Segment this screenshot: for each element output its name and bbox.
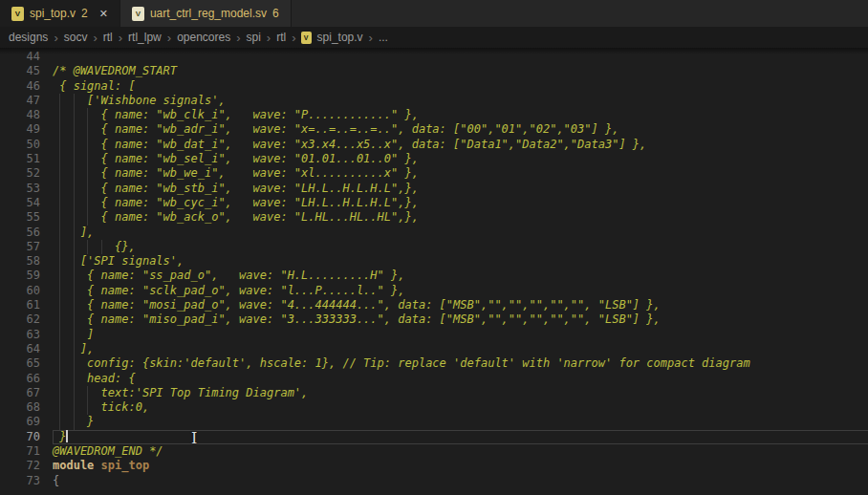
breadcrumb-item-spi[interactable]: spi xyxy=(246,31,262,44)
code-line-46[interactable]: 46 { signal: [ xyxy=(0,79,868,94)
line-number: 46 xyxy=(0,79,53,94)
code-line-content[interactable]: } xyxy=(53,415,868,429)
code-line-55[interactable]: 55 { name: "wb_ack_o", wave: "L.HL...HL.… xyxy=(0,210,868,225)
breadcrumb-item-opencores[interactable]: opencores xyxy=(176,31,231,44)
code-line-66[interactable]: 66 head: { xyxy=(0,372,868,386)
code-line-69[interactable]: 69 } xyxy=(0,415,868,429)
code-line-content[interactable]: { name: "wb_ack_o", wave: "L.HL...HL..HL… xyxy=(53,210,868,225)
code-line-content[interactable]: ['SPI signals', xyxy=(53,254,868,269)
code-line-content[interactable]: } xyxy=(53,430,868,444)
code-line-content[interactable]: { xyxy=(53,474,868,488)
code-line-content[interactable]: module spi_top xyxy=(53,459,868,473)
code-line-content[interactable]: tick:0, xyxy=(53,400,868,415)
code-line-content[interactable]: { name: "wb_clk_i", wave: "P............… xyxy=(53,108,868,122)
breadcrumb: designs › socv › rtl › rtl_lpw › opencor… xyxy=(0,27,868,48)
code-line-64[interactable]: 64 ], xyxy=(0,342,868,356)
code-line-70[interactable]: 70 } xyxy=(0,430,868,444)
indent-guide xyxy=(74,269,75,283)
indent-guide xyxy=(74,152,75,166)
breadcrumb-item-more[interactable]: ... xyxy=(378,31,389,44)
line-number: 49 xyxy=(0,122,53,137)
indent-guide xyxy=(74,182,75,196)
code-line-content[interactable]: @WAVEDROM_END */ xyxy=(53,444,868,459)
indent-guide xyxy=(59,328,60,342)
code-line-57[interactable]: 57 {}, xyxy=(0,240,868,254)
indent-guide xyxy=(74,328,75,342)
code-line-content[interactable]: ['Wishbone signals', xyxy=(53,94,868,108)
breadcrumb-item-rtl[interactable]: rtl xyxy=(102,31,114,44)
code-line-60[interactable]: 60 { name: "sclk_pad_o", wave: "l...P...… xyxy=(0,284,868,298)
code-line-content[interactable]: { name: "wb_sel_i", wave: "01.01...01..0… xyxy=(53,152,868,166)
token-comment: tick:0, xyxy=(53,400,149,414)
code-line-48[interactable]: 48 { name: "wb_clk_i", wave: "P.........… xyxy=(0,108,868,122)
code-line-content[interactable]: { name: "miso_pad_i", wave: "3...333333.… xyxy=(53,312,868,327)
breadcrumb-item-designs[interactable]: designs xyxy=(8,31,49,44)
code-line-47[interactable]: 47 ['Wishbone signals', xyxy=(0,94,868,108)
code-line-54[interactable]: 54 { name: "wb_cyc_i", wave: "LH.L..H.L.… xyxy=(0,196,868,210)
line-number: 54 xyxy=(0,196,53,210)
tab-spi-top[interactable]: V spi_top.v 2 ✕ xyxy=(0,0,120,27)
code-line-71[interactable]: 71@WAVEDROM_END */ xyxy=(0,444,868,459)
code-editor[interactable]: 4445/* @WAVEDROM_START46 { signal: [47 [… xyxy=(0,48,868,495)
code-line-53[interactable]: 53 { name: "wb_stb_i", wave: "LH.L..H.L.… xyxy=(0,182,868,196)
breadcrumb-item-file[interactable]: spi_top.v xyxy=(316,31,364,44)
breadcrumb-item-rtl2[interactable]: rtl xyxy=(275,31,287,44)
code-line-68[interactable]: 68 tick:0, xyxy=(0,400,868,415)
systemverilog-file-icon: V xyxy=(132,7,144,21)
chevron-right-icon: › xyxy=(93,31,97,45)
line-number: 68 xyxy=(0,400,53,415)
code-line-content[interactable]: config: {skin:'default', hscale: 1}, // … xyxy=(53,356,868,371)
token-comment: { name: "wb_stb_i", wave: "LH.L..H.L.H.L… xyxy=(53,182,419,195)
indent-guide xyxy=(59,240,60,254)
token-modname: spi_top xyxy=(101,459,150,472)
code-line-content[interactable]: {}, xyxy=(53,240,868,254)
line-number: 73 xyxy=(0,474,53,488)
indent-guide xyxy=(74,210,75,225)
indent-guide xyxy=(59,372,60,386)
token-keyword: module xyxy=(53,459,94,472)
tab-uart-ctrl-reg-model[interactable]: V uart_ctrl_reg_model.sv 6 xyxy=(120,0,292,27)
close-icon[interactable]: ✕ xyxy=(99,8,108,20)
tab-label: spi_top.v xyxy=(30,7,76,20)
code-line-72[interactable]: 72module spi_top xyxy=(0,459,868,473)
scroll-shadow xyxy=(0,48,868,54)
code-line-62[interactable]: 62 { name: "miso_pad_i", wave: "3...3333… xyxy=(0,312,868,327)
code-line-content[interactable]: { name: "mosi_pad_o", wave: "4...444444.… xyxy=(53,298,868,312)
code-line-56[interactable]: 56 ], xyxy=(0,226,868,240)
code-line-content[interactable]: { signal: [ xyxy=(53,79,868,94)
line-number: 63 xyxy=(0,328,53,342)
token-comment: { name: "wb_adr_i", wave: "x=..=..=..=..… xyxy=(53,122,618,136)
token-comment: text:'SPI Top Timing Diagram', xyxy=(53,386,308,399)
code-line-content[interactable]: { name: "sclk_pad_o", wave: "l...P.....l… xyxy=(53,284,868,298)
code-line-content[interactable]: { name: "ss_pad_o", wave: "H.L.........H… xyxy=(53,269,868,283)
code-line-content[interactable]: { name: "wb_adr_i", wave: "x=..=..=..=..… xyxy=(53,122,868,137)
code-line-58[interactable]: 58 ['SPI signals', xyxy=(0,254,868,269)
indent-guide xyxy=(74,372,75,386)
code-line-49[interactable]: 49 { name: "wb_adr_i", wave: "x=..=..=..… xyxy=(0,122,868,137)
code-line-59[interactable]: 59 { name: "ss_pad_o", wave: "H.L.......… xyxy=(0,269,868,283)
indent-guide xyxy=(59,284,60,298)
code-line-51[interactable]: 51 { name: "wb_sel_i", wave: "01.01...01… xyxy=(0,152,868,166)
code-line-content[interactable]: { name: "wb_cyc_i", wave: "LH.L..H.L.H.L… xyxy=(53,196,868,210)
code-line-61[interactable]: 61 { name: "mosi_pad_o", wave: "4...4444… xyxy=(0,298,868,312)
code-line-content[interactable]: ] xyxy=(53,328,868,342)
code-line-45[interactable]: 45/* @WAVEDROM_START xyxy=(0,64,868,78)
breadcrumb-item-rtl-lpw[interactable]: rtl_lpw xyxy=(127,31,163,44)
code-line-content[interactable]: ], xyxy=(53,226,868,240)
code-line-52[interactable]: 52 { name: "wb_we_i", wave: "xl.........… xyxy=(0,166,868,181)
code-line-content[interactable]: /* @WAVEDROM_START xyxy=(53,64,868,78)
code-line-content[interactable]: { name: "wb_dat_i", wave: "x3.x4...x5..x… xyxy=(53,138,868,152)
code-line-67[interactable]: 67 text:'SPI Top Timing Diagram', xyxy=(0,386,868,400)
code-line-73[interactable]: 73{ xyxy=(0,474,868,488)
code-line-content[interactable]: head: { xyxy=(53,372,868,386)
indent-guide xyxy=(87,122,88,137)
code-line-63[interactable]: 63 ] xyxy=(0,328,868,342)
code-line-content[interactable]: ], xyxy=(53,342,868,356)
code-line-content[interactable]: text:'SPI Top Timing Diagram', xyxy=(53,386,868,400)
code-line-content[interactable]: { name: "wb_stb_i", wave: "LH.L..H.L.H.L… xyxy=(53,182,868,196)
code-line-65[interactable]: 65 config: {skin:'default', hscale: 1}, … xyxy=(0,356,868,371)
breadcrumb-item-socv[interactable]: socv xyxy=(63,31,89,44)
code-line-content[interactable]: { name: "wb_we_i", wave: "xl..........x"… xyxy=(53,166,868,181)
code-line-50[interactable]: 50 { name: "wb_dat_i", wave: "x3.x4...x5… xyxy=(0,138,868,152)
indent-guide xyxy=(74,240,75,254)
